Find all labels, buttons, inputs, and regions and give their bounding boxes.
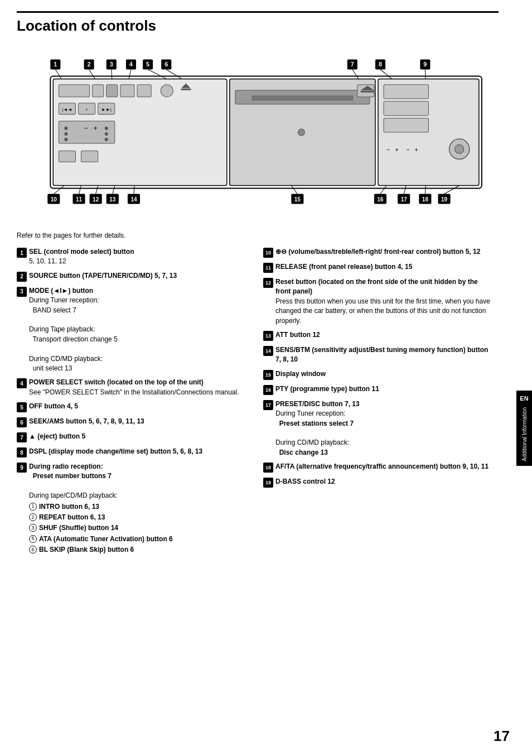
svg-text:12: 12 bbox=[93, 196, 99, 203]
svg-line-97 bbox=[380, 185, 386, 194]
control-text-12: Reset button (located on the front side … bbox=[275, 277, 493, 326]
control-item-13: 13 ATT button 12 bbox=[263, 330, 493, 341]
svg-text:19: 19 bbox=[441, 196, 448, 203]
badge-18: 18 bbox=[263, 463, 273, 473]
control-item-9: 9 During radio reception: Preset number … bbox=[17, 462, 246, 555]
badge-17: 17 bbox=[263, 400, 273, 410]
control-text-17: PRESET/DISC button 7, 13 During Tuner re… bbox=[275, 399, 360, 458]
additional-info-label: Additional Information bbox=[521, 407, 528, 461]
control-text-19: D-BASS control 12 bbox=[275, 477, 335, 487]
page-number: 17 bbox=[494, 728, 510, 745]
svg-text:6: 6 bbox=[165, 61, 168, 68]
control-text-15: Display window bbox=[275, 369, 326, 379]
svg-text:−: − bbox=[386, 146, 390, 153]
svg-rect-6 bbox=[107, 85, 118, 97]
diagram-container: |◄◄ + ►►| − + bbox=[17, 40, 499, 220]
en-label: EN bbox=[520, 395, 528, 402]
control-text-6: SEEK/AMS button 5, 6, 7, 8, 9, 11, 13 bbox=[29, 417, 144, 426]
control-text-13: ATT button 12 bbox=[275, 330, 320, 340]
svg-text:9: 9 bbox=[423, 61, 427, 68]
svg-text:11: 11 bbox=[76, 196, 83, 203]
control-text-9: During radio reception: Preset number bu… bbox=[29, 462, 173, 555]
svg-text:13: 13 bbox=[109, 196, 116, 203]
svg-rect-28 bbox=[81, 151, 98, 162]
control-item-17: 17 PRESET/DISC button 7, 13 During Tuner… bbox=[263, 399, 493, 458]
control-text-2: SOURCE button (TAPE/TUNER/CD/MD) 5, 7, 1… bbox=[29, 271, 177, 281]
svg-line-94 bbox=[113, 185, 115, 194]
svg-point-9 bbox=[161, 85, 173, 97]
badge-10: 10 bbox=[263, 248, 273, 258]
svg-line-92 bbox=[79, 185, 81, 194]
svg-rect-34 bbox=[361, 91, 374, 93]
svg-text:7: 7 bbox=[351, 61, 354, 68]
svg-line-99 bbox=[425, 185, 425, 194]
svg-text:18: 18 bbox=[422, 196, 429, 203]
svg-line-90 bbox=[425, 70, 425, 79]
svg-text:8: 8 bbox=[379, 61, 382, 68]
control-item-19: 19 D-BASS control 12 bbox=[263, 477, 493, 488]
control-item-2: 2 SOURCE button (TAPE/TUNER/CD/MD) 5, 7,… bbox=[17, 271, 246, 282]
control-item-7: 7 ▲ (eject) button 5 bbox=[17, 432, 246, 442]
svg-rect-36 bbox=[384, 102, 428, 115]
control-item-15: 15 Display window bbox=[263, 369, 493, 380]
control-text-10: ⊕⊖ (volume/bass/treble/left-right/ front… bbox=[275, 247, 480, 257]
svg-point-43 bbox=[455, 145, 464, 153]
svg-point-20 bbox=[64, 132, 67, 136]
badge-6: 6 bbox=[17, 417, 27, 427]
svg-rect-27 bbox=[59, 151, 75, 162]
svg-point-25 bbox=[105, 132, 108, 136]
svg-text:|◄◄: |◄◄ bbox=[62, 107, 72, 112]
svg-line-86 bbox=[148, 70, 167, 79]
control-text-3: MODE (◄I►) button During Tuner reception… bbox=[29, 286, 118, 374]
right-column: 10 ⊕⊖ (volume/bass/treble/left-right/ fr… bbox=[263, 247, 493, 560]
controls-grid: 1 SEL (control mode select) button5, 10,… bbox=[17, 247, 499, 560]
control-item-6: 6 SEEK/AMS button 5, 6, 7, 8, 9, 11, 13 bbox=[17, 417, 246, 427]
control-item-10: 10 ⊕⊖ (volume/bass/treble/left-right/ fr… bbox=[263, 247, 493, 258]
svg-text:2: 2 bbox=[88, 61, 91, 68]
svg-text:+: + bbox=[395, 146, 398, 153]
badge-2: 2 bbox=[17, 272, 27, 282]
svg-text:+: + bbox=[414, 146, 418, 153]
side-tab: EN Additional Information bbox=[516, 391, 532, 466]
svg-rect-32 bbox=[357, 85, 374, 97]
device-diagram: |◄◄ + ►►| − + bbox=[17, 40, 499, 219]
svg-text:16: 16 bbox=[377, 196, 384, 203]
svg-rect-37 bbox=[384, 118, 428, 132]
svg-rect-7 bbox=[120, 85, 134, 97]
svg-line-95 bbox=[134, 185, 134, 194]
svg-line-89 bbox=[380, 70, 392, 79]
svg-text:1: 1 bbox=[54, 61, 57, 68]
svg-point-31 bbox=[298, 129, 304, 136]
control-text-18: AF/TA (alternative frequency/traffic ann… bbox=[275, 462, 489, 471]
left-column: 1 SEL (control mode select) button5, 10,… bbox=[17, 247, 246, 560]
badge-19: 19 bbox=[263, 478, 273, 488]
svg-text:−: − bbox=[406, 146, 409, 153]
svg-line-96 bbox=[291, 185, 297, 194]
svg-point-19 bbox=[64, 127, 67, 130]
svg-point-24 bbox=[105, 127, 108, 130]
svg-line-84 bbox=[112, 70, 112, 79]
control-item-8: 8 DSPL (display mode change/time set) bu… bbox=[17, 447, 246, 458]
svg-text:14: 14 bbox=[130, 196, 137, 203]
svg-text:10: 10 bbox=[51, 196, 57, 203]
svg-text:+: + bbox=[85, 107, 88, 112]
badge-1: 1 bbox=[17, 248, 27, 258]
badge-8: 8 bbox=[17, 447, 27, 458]
control-text-7: ▲ (eject) button 5 bbox=[29, 432, 85, 441]
svg-line-87 bbox=[166, 70, 182, 79]
svg-point-21 bbox=[64, 138, 67, 141]
control-text-11: RELEASE (front panel release) button 4, … bbox=[275, 262, 412, 272]
svg-point-26 bbox=[105, 138, 108, 141]
top-divider bbox=[17, 11, 499, 13]
svg-rect-8 bbox=[137, 85, 151, 97]
control-text-4: POWER SELECT switch (located on the top … bbox=[29, 378, 239, 397]
svg-line-98 bbox=[404, 185, 406, 194]
badge-16: 16 bbox=[263, 385, 273, 395]
control-text-16: PTY (programme type) button 11 bbox=[275, 384, 379, 394]
badge-5: 5 bbox=[17, 402, 27, 412]
svg-text:3: 3 bbox=[110, 61, 113, 68]
control-text-1: SEL (control mode select) button5, 10, 1… bbox=[29, 247, 134, 267]
badge-11: 11 bbox=[263, 263, 273, 273]
svg-text:4: 4 bbox=[129, 61, 133, 68]
control-item-12: 12 Reset button (located on the front si… bbox=[263, 277, 493, 326]
